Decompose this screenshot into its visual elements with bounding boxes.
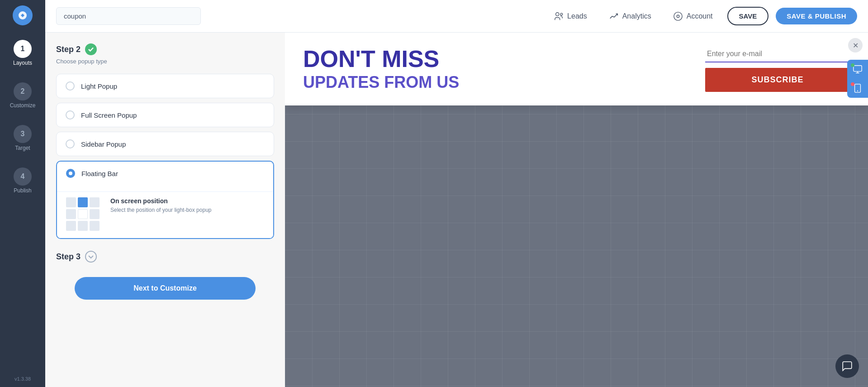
pos-cell-ml[interactable] — [66, 209, 76, 219]
leads-label: Leads — [567, 12, 587, 20]
pos-cell-br[interactable] — [90, 221, 100, 231]
next-to-customize-button[interactable]: Next to Customize — [75, 277, 256, 300]
save-button[interactable]: SAVE — [727, 7, 769, 25]
preview-area: DON'T MISS UPDATES FROM US SUBSCRIBE ✕ — [285, 33, 868, 387]
step-2-circle: 2 — [14, 82, 32, 100]
step-3-circle: 3 — [14, 125, 32, 143]
pos-cell-mr[interactable] — [90, 209, 100, 219]
account-nav-item[interactable]: Account — [666, 8, 720, 25]
position-title: On screen position — [110, 197, 211, 205]
step2-subtitle: Choose popup type — [56, 58, 274, 65]
svg-point-2 — [560, 13, 563, 15]
sidebar-item-target[interactable]: 3 Target — [0, 121, 45, 155]
email-input-preview[interactable] — [705, 46, 850, 62]
app-version: v1.3.38 — [14, 376, 31, 382]
save-publish-button[interactable]: SAVE & PUBLISH — [776, 8, 857, 24]
leads-nav-item[interactable]: Leads — [546, 8, 594, 25]
step-4-label: Publish — [14, 187, 31, 194]
analytics-icon — [609, 11, 619, 21]
step2-header: Step 2 — [56, 43, 274, 55]
sidebar-item-publish[interactable]: 4 Publish — [0, 164, 45, 197]
desktop-active-dot — [851, 63, 854, 67]
leads-icon — [554, 11, 564, 21]
floatingbar-top: Floating Bar — [57, 162, 273, 185]
analytics-label: Analytics — [622, 12, 651, 20]
position-desc: Select the position of your light-box po… — [110, 206, 211, 214]
position-grid[interactable] — [66, 197, 100, 231]
mobile-dot — [851, 82, 854, 86]
top-navigation: Leads Analytics Account SAVE SAVE & PUBL… — [45, 0, 868, 33]
popup-close-button[interactable]: ✕ — [848, 38, 863, 53]
floatingbar-label: Floating Bar — [81, 170, 118, 177]
pos-cell-tc[interactable] — [78, 197, 88, 207]
dont-miss-text: DON'T MISS — [303, 46, 705, 72]
content-area: Step 2 Choose popup type Light Popup Ful… — [45, 33, 868, 387]
step3-title: Step 3 — [56, 252, 81, 262]
device-switcher — [847, 60, 868, 98]
pos-cell-bl[interactable] — [66, 221, 76, 231]
sidebar-item-customize[interactable]: 2 Customize — [0, 79, 45, 112]
next-btn-wrapper: Next to Customize — [56, 270, 274, 307]
step2-title: Step 2 — [56, 45, 81, 54]
sidebar-popup-label: Sidebar Popup — [81, 140, 126, 148]
step-4-circle: 4 — [14, 167, 32, 186]
light-popup-label: Light Popup — [81, 82, 117, 90]
sidebar-popup-radio — [66, 139, 75, 148]
desktop-device-button[interactable] — [847, 60, 868, 79]
svg-rect-4 — [854, 66, 862, 72]
position-info: On screen position Select the position o… — [66, 197, 264, 231]
fullscreen-popup-radio — [66, 110, 75, 119]
step2-check-icon — [85, 43, 97, 55]
subscribe-button-preview[interactable]: SUBSCRIBE — [705, 68, 850, 92]
logo-icon — [17, 10, 28, 21]
pos-cell-tl[interactable] — [66, 197, 76, 207]
sidebar-popup-option[interactable]: Sidebar Popup — [56, 132, 274, 156]
pos-cell-mc[interactable] — [78, 209, 88, 219]
mobile-device-button[interactable] — [847, 79, 868, 98]
popup-preview: DON'T MISS UPDATES FROM US SUBSCRIBE ✕ — [285, 33, 868, 105]
step-3-label: Target — [15, 145, 30, 151]
pos-cell-tr[interactable] — [90, 197, 100, 207]
left-panel: Step 2 Choose popup type Light Popup Ful… — [45, 33, 285, 387]
step3-header: Step 3 — [56, 251, 274, 263]
step-1-label: Layouts — [13, 60, 32, 66]
fullscreen-popup-label: Full Screen Popup — [81, 111, 137, 119]
updates-text: UPDATES FROM US — [303, 72, 705, 92]
light-popup-radio — [66, 81, 75, 91]
position-text: On screen position Select the position o… — [110, 197, 211, 214]
account-label: Account — [687, 12, 713, 20]
pos-cell-bc[interactable] — [78, 221, 88, 231]
chat-button[interactable] — [835, 354, 859, 378]
app-logo[interactable] — [13, 5, 33, 25]
analytics-nav-item[interactable]: Analytics — [602, 8, 659, 25]
popup-left-content: DON'T MISS UPDATES FROM US — [303, 46, 705, 91]
chat-icon — [841, 360, 853, 372]
floatingbar-position-body: On screen position Select the position o… — [57, 191, 273, 238]
svg-point-1 — [556, 12, 559, 15]
step-1-circle: 1 — [14, 40, 32, 58]
floatingbar-popup-option[interactable]: Floating Bar — [56, 161, 274, 239]
main-content: Leads Analytics Account SAVE SAVE & PUBL… — [45, 0, 868, 387]
campaign-name-input[interactable] — [56, 7, 201, 25]
account-icon — [673, 11, 683, 21]
popup-right-content: SUBSCRIBE — [705, 46, 850, 92]
sidebar: 1 Layouts 2 Customize 3 Target 4 Publish… — [0, 0, 45, 387]
fullscreen-popup-option[interactable]: Full Screen Popup — [56, 103, 274, 127]
light-popup-option[interactable]: Light Popup — [56, 74, 274, 98]
sidebar-item-layouts[interactable]: 1 Layouts — [0, 36, 45, 70]
step3-circle-icon — [85, 251, 97, 263]
svg-point-3 — [677, 15, 679, 18]
step-2-label: Customize — [10, 102, 36, 109]
floatingbar-radio — [66, 169, 75, 178]
